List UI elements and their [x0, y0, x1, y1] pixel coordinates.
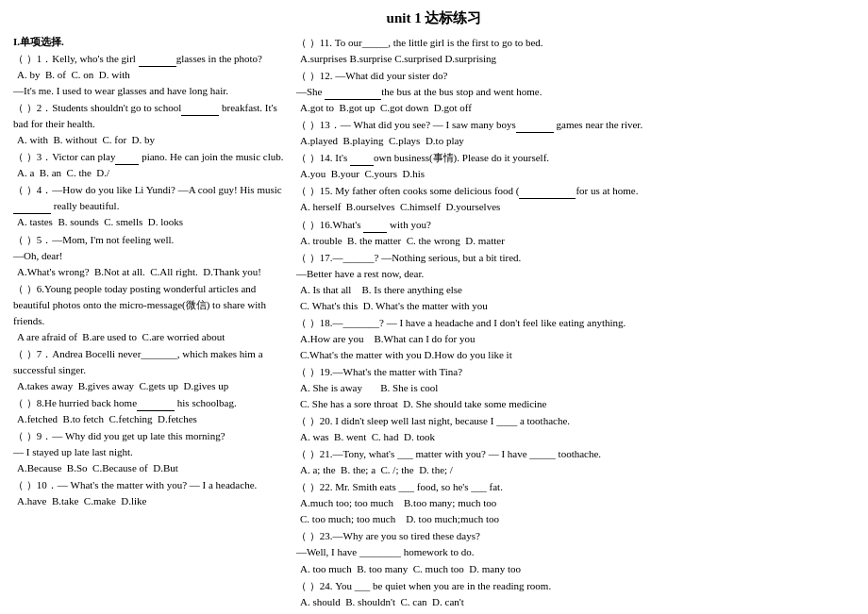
list-item: （ ）19.—What's the matter with Tina? A. S…	[296, 364, 855, 412]
right-column: （ ）11. To our_____, the little girl is t…	[296, 35, 855, 614]
list-item: （ ）13．— What did you see? — I saw many b…	[296, 117, 855, 149]
list-item: （ ）22. Mr. Smith eats ___ food, so he's …	[296, 479, 855, 527]
list-item: （ ）17.—______? —Nothing serious, but a b…	[296, 250, 855, 314]
list-item: （ ）21.—Tony, what's ___ matter with you?…	[296, 446, 855, 478]
list-item: （ ）5．—Mom, I'm not feeling well. —Oh, de…	[13, 232, 287, 280]
list-item: （ ）8.He hurried back home his schoolbag.…	[13, 395, 287, 427]
list-item: （ ）9．— Why did you get up late this morn…	[13, 428, 287, 476]
list-item: （ ）14. It's own business(事情). Please do …	[296, 150, 855, 182]
list-item: （ ）23.—Why are you so tired these days? …	[296, 528, 855, 576]
list-item: （ ）25 You ____ drive your car so fast. I…	[296, 611, 855, 614]
list-item: （ ）16.What's with you? A. trouble B. the…	[296, 217, 855, 249]
list-item: （ ）4．—How do you like Li Yundi? —A cool …	[13, 182, 287, 230]
list-item: （ ）18.—_______? — I have a headache and …	[296, 315, 855, 363]
list-item: （ ）11. To our_____, the little girl is t…	[296, 35, 855, 67]
list-item: （ ）3．Victor can play piano. He can join …	[13, 149, 287, 181]
list-item: （ ）24. You ___ be quiet when you are in …	[296, 578, 855, 610]
list-item: （ ）2．Students shouldn't go to school bre…	[13, 100, 287, 148]
left-column: I.单项选择. （ ）1．Kelly, who's the girl glass…	[13, 35, 287, 614]
list-item: （ ）6.Young people today posting wonderfu…	[13, 281, 287, 345]
list-item: （ ）12. —What did your sister do? —She th…	[296, 68, 855, 116]
list-item: （ ）10．— What's the matter with you? — I …	[13, 477, 287, 509]
list-item: （ ）20. I didn't sleep well last night, b…	[296, 413, 855, 445]
page-title: unit 1 达标练习	[13, 9, 855, 27]
list-item: （ ）15. My father often cooks some delici…	[296, 183, 855, 215]
list-item: （ ）7．Andrea Bocelli never_______, which …	[13, 346, 287, 394]
section-header: I.单项选择.	[13, 35, 287, 49]
list-item: （ ）1．Kelly, who's the girl glasses in th…	[13, 51, 287, 99]
